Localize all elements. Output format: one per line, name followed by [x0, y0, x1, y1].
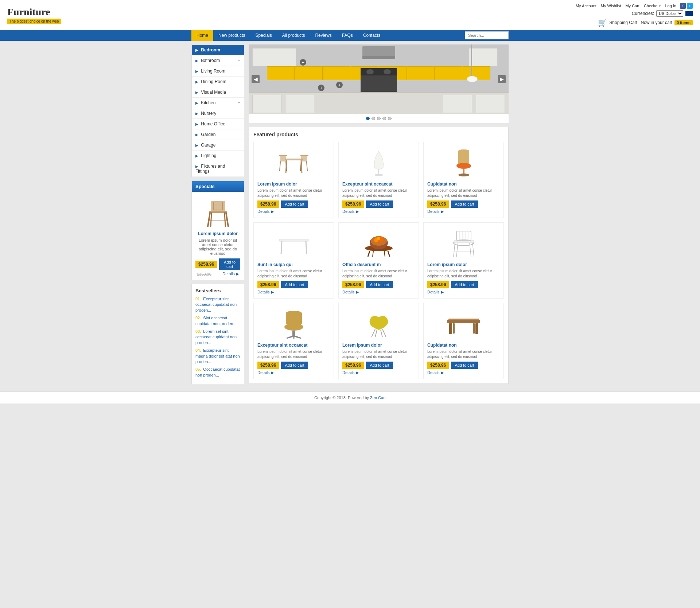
add-to-cart-button-3[interactable]: Add to cart — [451, 200, 478, 208]
sidebar-item-garage[interactable]: ▶ Garage — [192, 140, 244, 151]
arrow-icon: ▶ — [195, 112, 198, 116]
slider-dot-1[interactable] — [366, 117, 370, 120]
bestseller-link-2[interactable]: Sint occaecat cupidatat non proden... — [195, 316, 237, 326]
bestseller-link-1[interactable]: Excepteur sint occaecat cupidatat non pr… — [195, 297, 237, 312]
my-account-link[interactable]: My Account — [576, 4, 596, 8]
arrow-icon: ▶ — [195, 133, 198, 137]
sidebar-item-fixtures[interactable]: ▶ Fixtures and Fittings — [192, 161, 244, 177]
nav-new-products[interactable]: New products — [213, 30, 250, 41]
add-to-cart-button-9[interactable]: Add to cart — [451, 362, 478, 369]
white-table-icon — [277, 230, 310, 256]
nav-contacts[interactable]: Contacts — [358, 30, 385, 41]
log-in-link[interactable]: Log In — [665, 4, 676, 8]
add-to-cart-button-6[interactable]: Add to cart — [451, 281, 478, 288]
details-link-2[interactable]: Details ▶ — [342, 209, 359, 214]
bestseller-num-5: 05. — [195, 367, 201, 371]
svg-line-57 — [382, 329, 386, 337]
featured-title: Featured products — [253, 132, 504, 137]
nav-specials[interactable]: Specials — [250, 30, 277, 41]
bestseller-link-4[interactable]: Excepteur sint magna dolor set atat non … — [195, 348, 240, 364]
slider-prev-button[interactable]: ◀ — [252, 75, 260, 83]
social-icons: f t — [680, 3, 693, 9]
bestseller-link-5[interactable]: Ooccaecat cupidatat non proden... — [195, 367, 240, 377]
add-to-cart-button-8[interactable]: Add to cart — [366, 362, 393, 369]
sidebar-item-bathroom[interactable]: ▶ Bathroom + — [192, 55, 244, 66]
sidebar-item-nursery[interactable]: ▶ Nursery — [192, 108, 244, 119]
bestseller-item-2: 02. Sint occaecat cupidatat non proden..… — [195, 315, 240, 327]
details-link-7[interactable]: Details ▶ — [257, 370, 274, 375]
product-actions-8: $258.96 Add to cart — [342, 362, 415, 369]
slider-dot-3[interactable] — [377, 117, 381, 120]
sidebar-item-kitchen[interactable]: ▶ Kitchen + — [192, 98, 244, 108]
specials-details-link[interactable]: Details ▶ — [222, 272, 239, 276]
sidebar-item-dining-room[interactable]: ▶ Dining Room — [192, 77, 244, 87]
svg-line-33 — [368, 251, 370, 257]
product-price-6: $258.96 — [427, 281, 449, 288]
bestseller-item-5: 05. Ooccaecat cupidatat non proden... — [195, 367, 240, 378]
add-to-cart-button-2[interactable]: Add to cart — [366, 200, 393, 208]
specials-add-to-cart-button[interactable]: Add to cart — [219, 258, 240, 270]
svg-line-59 — [381, 330, 382, 337]
sidebar-item-visual-media[interactable]: ▶ Visual Media — [192, 87, 244, 98]
hotspot-1[interactable]: + — [300, 59, 306, 66]
bestseller-link-3[interactable]: Lorem set sint occaecat cupidatat non pr… — [195, 329, 237, 345]
sidebar-item-lighting[interactable]: ▶ Lighting — [192, 151, 244, 161]
add-to-cart-button-1[interactable]: Add to cart — [281, 200, 308, 208]
svg-rect-16 — [301, 156, 307, 161]
slider-dot-5[interactable] — [388, 117, 392, 120]
sidebar-item-living-room[interactable]: ▶ Living Room — [192, 66, 244, 77]
details-link-6[interactable]: Details ▶ — [427, 290, 444, 295]
hotspot-3[interactable]: + — [336, 82, 343, 88]
currency-select[interactable]: US Dollar — [656, 10, 683, 17]
specials-product-image — [203, 195, 233, 228]
product-actions-2: $258.96 Add to cart — [342, 200, 415, 208]
slider-dot-4[interactable] — [382, 117, 386, 120]
add-to-cart-button-7[interactable]: Add to cart — [281, 362, 308, 369]
product-details-4: Details ▶ — [257, 290, 330, 295]
hotspot-2[interactable]: + — [318, 85, 324, 91]
nav-home[interactable]: Home — [191, 30, 213, 41]
details-link-5[interactable]: Details ▶ — [342, 290, 359, 295]
nav-search — [465, 31, 509, 39]
svg-rect-24 — [279, 239, 308, 241]
sidebar-item-home-office[interactable]: ▶ Home Office — [192, 119, 244, 129]
sidebar-item-garden[interactable]: ▶ Garden — [192, 129, 244, 140]
product-card-9: Cupidatat non Lorem ipsum dolor sit amet… — [423, 303, 504, 379]
sidebar-item-bedroom[interactable]: ▶ Bedroom — [192, 45, 244, 55]
slider-next-button[interactable]: ▶ — [498, 75, 506, 83]
details-link-4[interactable]: Details ▶ — [257, 290, 274, 295]
add-to-cart-button-5[interactable]: Add to cart — [366, 281, 393, 288]
product-image-1 — [257, 146, 330, 179]
product-image-4 — [257, 226, 330, 259]
logo-area: Furniture The biggest choice on the web — [7, 6, 61, 24]
my-cart-link[interactable]: My Cart — [625, 4, 639, 8]
facebook-icon[interactable]: f — [680, 3, 686, 9]
nav-all-products[interactable]: All products — [277, 30, 310, 41]
svg-rect-50 — [292, 331, 295, 336]
twitter-icon[interactable]: t — [687, 3, 693, 9]
slider-dot-2[interactable] — [372, 117, 375, 120]
nav-items: Home New products Specials All products … — [191, 30, 465, 41]
my-wishlist-link[interactable]: My Wishlist — [601, 4, 621, 8]
svg-line-58 — [375, 330, 377, 337]
svg-line-26 — [306, 241, 307, 254]
product-price-7: $258.96 — [257, 362, 279, 369]
svg-line-25 — [281, 241, 282, 254]
product-details-6: Details ▶ — [427, 290, 500, 295]
details-link-3[interactable]: Details ▶ — [427, 209, 444, 214]
specials-header: Specials — [192, 181, 244, 192]
specials-title: Specials — [195, 184, 215, 189]
details-link-8[interactable]: Details ▶ — [342, 370, 359, 375]
top-bar: Furniture The biggest choice on the web … — [0, 0, 700, 30]
search-input[interactable] — [465, 31, 509, 39]
nav-reviews[interactable]: Reviews — [310, 30, 337, 41]
checkout-link[interactable]: Checkout — [644, 4, 661, 8]
svg-line-35 — [373, 251, 373, 257]
add-to-cart-button-4[interactable]: Add to cart — [281, 281, 308, 288]
product-actions-3: $258.96 Add to cart — [427, 200, 500, 208]
details-link-9[interactable]: Details ▶ — [427, 370, 444, 375]
details-link-1[interactable]: Details ▶ — [257, 209, 274, 214]
nav-faqs[interactable]: FAQs — [337, 30, 358, 41]
footer-link[interactable]: Zen Cart — [370, 395, 386, 400]
product-details-7: Details ▶ — [257, 370, 330, 375]
